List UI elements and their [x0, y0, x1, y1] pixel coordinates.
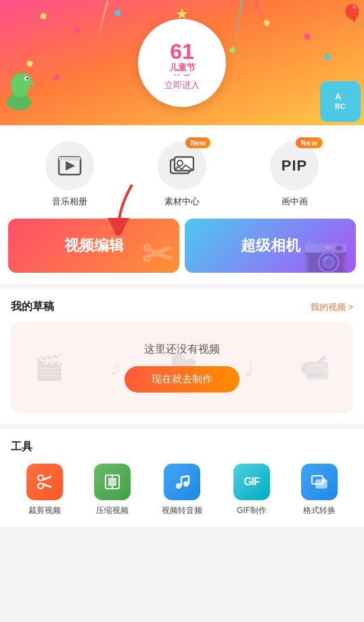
tools-section: 工具 裁剪视频 压缩视频 [0, 429, 364, 527]
gif-make-label: GIF制作 [237, 505, 267, 516]
format-convert-label: 格式转换 [303, 505, 336, 516]
drafts-section: 我的草稿 我的视频 > 🎬♪🎥♩📹 这里还没有视频 现在就去制作 [0, 289, 364, 424]
music-album-icon [45, 141, 94, 190]
banner-number: 61 [170, 41, 194, 62]
gif-icon: GIF [233, 464, 270, 500]
pip-item[interactable]: PIP New 画中画 [270, 141, 319, 208]
drafts-empty-area: 🎬♪🎥♩📹 这里还没有视频 现在就去制作 [11, 322, 353, 413]
material-center-item[interactable]: New 素材中心 [158, 141, 206, 208]
svg-marker-8 [66, 161, 75, 171]
cut-video-label: 裁剪视频 [28, 505, 61, 516]
compress-video-label: 压缩视频 [96, 505, 129, 516]
material-center-badge: New [185, 137, 210, 148]
banner-enter-button[interactable]: 立即进入 [150, 76, 214, 95]
gif-make-tool[interactable]: GIF GIF制作 [233, 464, 270, 516]
make-video-button[interactable]: 现在就去制作 [124, 366, 240, 393]
dino-decoration [5, 65, 43, 118]
cut-video-tool[interactable]: 裁剪视频 [26, 464, 63, 516]
tools-title: 工具 [11, 440, 353, 454]
music-icon [164, 464, 200, 500]
big-buttons-section: 视频编辑 ✂ 超级相机 📷 [0, 219, 364, 284]
svg-rect-19 [108, 478, 116, 486]
banner-text-line1: 儿童节 [169, 62, 196, 74]
drafts-title: 我的草稿 [11, 300, 54, 314]
video-edit-button[interactable]: 视频编辑 ✂ [8, 219, 179, 273]
video-edit-bg-icon: ✂ [141, 233, 173, 273]
svg-rect-9 [59, 157, 81, 160]
video-to-audio-label: 视频转音频 [162, 505, 202, 516]
svg-point-14 [38, 475, 43, 481]
video-to-audio-tool[interactable]: 视频转音频 [162, 464, 202, 516]
material-center-label: 素材中心 [164, 196, 200, 208]
music-album-item[interactable]: 音乐相册 [45, 141, 94, 208]
drafts-empty-text: 这里还没有视频 [144, 342, 220, 357]
super-camera-button[interactable]: 超级相机 📷 [185, 219, 356, 273]
svg-rect-2 [22, 95, 29, 109]
star-icon: ★ [175, 5, 189, 23]
camera-bg-icon: 📷 [302, 232, 349, 273]
abc-block: ABC [320, 81, 361, 122]
svg-point-4 [18, 73, 31, 87]
video-edit-label: 视频编辑 [64, 236, 124, 256]
pip-badge: New [296, 137, 323, 148]
pip-icon: PIP New [270, 141, 319, 190]
feature-icon-row: 音乐相册 New 素材中心 PIP New 画中画 [0, 125, 364, 219]
banner-circle[interactable]: 61 儿童节 快乐 立即进入 [138, 19, 226, 107]
convert-icon [301, 464, 338, 500]
music-album-label: 音乐相册 [52, 196, 87, 208]
material-center-icon: New [158, 141, 206, 190]
scissors-icon [26, 464, 63, 500]
pip-label: 画中画 [281, 196, 308, 208]
svg-line-26 [181, 476, 189, 477]
big-buttons-row: 视频编辑 ✂ 超级相机 📷 [0, 219, 364, 284]
super-camera-label: 超级相机 [241, 236, 300, 256]
svg-point-15 [38, 483, 43, 489]
tools-row: 裁剪视频 压缩视频 [11, 464, 353, 516]
compress-icon [94, 464, 131, 500]
svg-point-6 [26, 78, 28, 80]
compress-video-tool[interactable]: 压缩视频 [94, 464, 131, 516]
my-videos-link[interactable]: 我的视频 > [311, 301, 353, 313]
format-convert-tool[interactable]: 格式转换 [301, 464, 338, 516]
banner: ★ 61 儿童节 快乐 立即进入 🎈 ABC [0, 0, 364, 125]
drafts-header: 我的草稿 我的视频 > [11, 300, 353, 314]
